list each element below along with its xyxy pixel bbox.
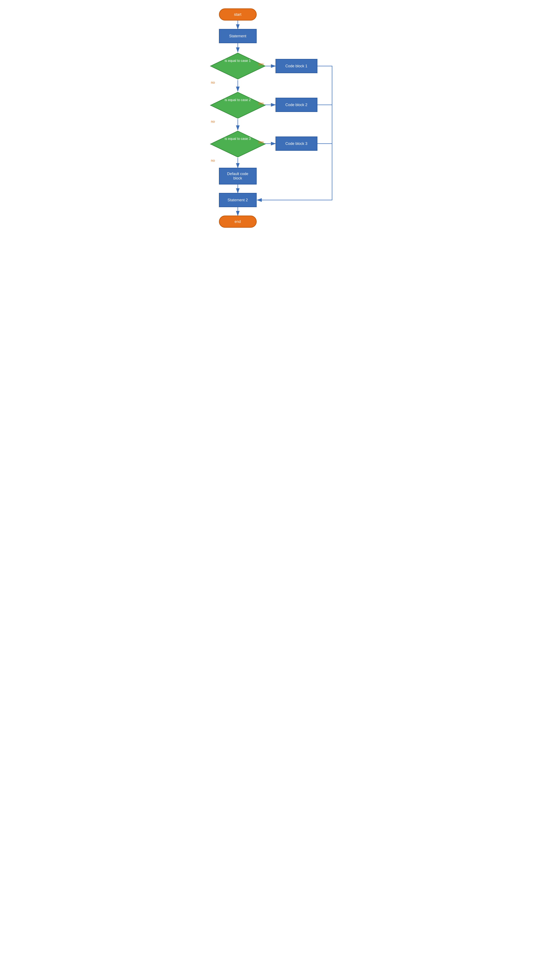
diamond1-text: is equal to case 1 xyxy=(210,59,266,63)
start-node: start xyxy=(219,8,257,21)
diamond3-text: is equal to case 3 xyxy=(210,137,266,141)
codeblock3-label: Code block 3 xyxy=(286,142,307,146)
svg-marker-13 xyxy=(210,131,265,157)
svg-marker-12 xyxy=(210,92,265,118)
diamond2-text: is equal to case 2 xyxy=(210,98,266,102)
svg-marker-11 xyxy=(210,53,265,79)
codeblock3-node: Code block 3 xyxy=(276,137,318,151)
statement2-label: Statement 2 xyxy=(228,198,248,202)
statement1-node: Statement xyxy=(219,29,257,43)
statement1-label: Statement xyxy=(229,34,246,39)
end-node: end xyxy=(219,216,257,228)
end-label: end xyxy=(234,219,241,224)
diamond2-wrapper: is equal to case 2 xyxy=(210,91,266,119)
codeblock2-node: Code block 2 xyxy=(276,98,318,112)
defaultblock-label: Default code block xyxy=(227,172,248,180)
start-label: start xyxy=(234,12,241,17)
diamond2-no-label: no xyxy=(211,119,215,124)
diamond3-wrapper: is equal to case 3 xyxy=(210,130,266,158)
diamond3-no-label: no xyxy=(211,159,215,163)
codeblock2-label: Code block 2 xyxy=(286,103,307,107)
flowchart-diagram: start Statement is equal to case 1 yes n… xyxy=(206,4,349,256)
defaultblock-node: Default code block xyxy=(219,168,257,185)
codeblock1-node: Code block 1 xyxy=(276,59,318,73)
codeblock1-label: Code block 1 xyxy=(286,64,307,68)
statement2-node: Statement 2 xyxy=(219,193,257,207)
diamond1-no-label: no xyxy=(211,80,215,85)
diamond1-wrapper: is equal to case 1 xyxy=(210,52,266,80)
